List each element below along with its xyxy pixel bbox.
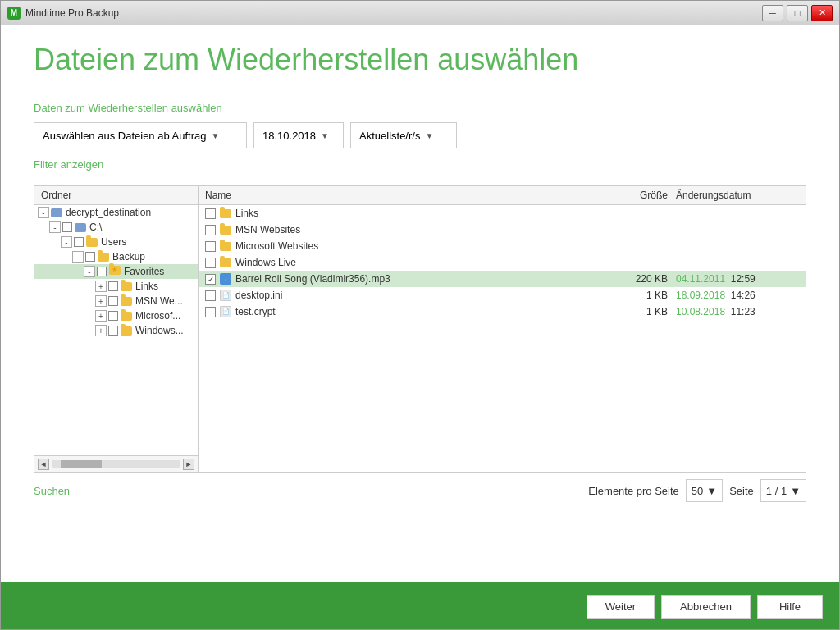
- tree-checkbox-microsoft[interactable]: [108, 311, 118, 321]
- title-bar: M Mindtime Pro Backup ─ □ ✕: [1, 1, 839, 25]
- tree-item-users[interactable]: - Users: [34, 235, 198, 249]
- minimize-button[interactable]: ─: [762, 5, 783, 21]
- page-arrow: ▼: [790, 485, 801, 497]
- file-item-msn-websites[interactable]: MSN Websites: [199, 221, 806, 238]
- tree-toggle-users[interactable]: -: [61, 236, 72, 248]
- file-name-desktop-ini: desktop.ini: [235, 290, 602, 301]
- tree-toggle-favorites[interactable]: -: [84, 266, 95, 277]
- file-folder-icon-microsoft-websites: [220, 242, 231, 251]
- tree-checkbox-msn[interactable]: [108, 296, 118, 306]
- file-item-desktop-ini[interactable]: 📄 desktop.ini 1 KB 18.09.2018 14:26: [199, 287, 806, 304]
- file-name-windows-live: Windows Live: [235, 257, 602, 268]
- tree-item-decrypt-dest[interactable]: - decrypt_destination: [34, 205, 198, 220]
- file-item-microsoft-websites[interactable]: Microsoft Websites: [199, 238, 806, 254]
- version-dropdown[interactable]: Aktuellste/r/s ▼: [350, 122, 457, 148]
- file-item-test-crypt[interactable]: 📄 test.crypt 1 KB 10.08.2018 11:23: [199, 304, 806, 320]
- col-header-date: Änderungsdatum: [668, 189, 799, 201]
- users-folder-icon: [86, 238, 98, 247]
- tree-checkbox-users[interactable]: [74, 237, 84, 247]
- file-checkbox-links[interactable]: [205, 208, 216, 219]
- tree-items-container: - decrypt_destination - C:\ - Users: [34, 205, 198, 455]
- file-date-link-test-crypt[interactable]: 10.08.2018: [676, 306, 725, 317]
- tree-label-decrypt-dest: decrypt_destination: [66, 207, 151, 218]
- file-name-test-crypt: test.crypt: [235, 306, 602, 317]
- file-doc-icon-desktop-ini: 📄: [220, 290, 231, 301]
- file-date-link-desktop-ini[interactable]: 18.09.2018: [676, 290, 725, 301]
- tree-toggle-decrypt-dest[interactable]: -: [38, 207, 49, 218]
- tree-label-users: Users: [101, 236, 126, 248]
- file-name-links: Links: [235, 208, 602, 219]
- items-per-page-select[interactable]: 50 ▼: [686, 479, 723, 502]
- tree-checkbox-favorites[interactable]: [97, 267, 107, 276]
- items-per-page-value: 50: [692, 485, 703, 497]
- tree-toggle-c-drive[interactable]: -: [49, 221, 61, 233]
- scroll-thumb[interactable]: [61, 460, 102, 468]
- file-checkbox-test-crypt[interactable]: [205, 307, 216, 317]
- tree-item-links[interactable]: + Links: [34, 279, 198, 294]
- weiter-button[interactable]: Weiter: [587, 595, 655, 619]
- file-folder-icon-links: [220, 209, 231, 218]
- tree-item-windows[interactable]: + Windows...: [34, 323, 198, 338]
- file-item-barrel-roll[interactable]: ♪ Barrel Roll Song (Vladimir356).mp3 220…: [199, 271, 806, 287]
- dropdowns-row: Auswählen aus Dateien ab Auftrag ▼ 18.10…: [34, 122, 806, 148]
- file-list-header: Name Größe Änderungsdatum: [199, 186, 806, 205]
- tree-checkbox-c-drive[interactable]: [62, 222, 72, 232]
- tree-item-msn[interactable]: + MSN We...: [34, 294, 198, 308]
- tree-item-favorites[interactable]: - ★ Favorites: [34, 264, 198, 279]
- tree-toggle-microsoft[interactable]: +: [95, 310, 107, 322]
- tree-toggle-windows[interactable]: +: [95, 325, 107, 336]
- page-select[interactable]: 1 / 1 ▼: [760, 479, 806, 502]
- file-checkbox-barrel-roll[interactable]: [205, 274, 216, 285]
- file-date-test-crypt: 10.08.2018 11:23: [668, 306, 799, 317]
- tree-toggle-links[interactable]: +: [95, 281, 107, 292]
- file-checkbox-msn-websites[interactable]: [205, 225, 216, 235]
- maximize-button[interactable]: □: [787, 5, 808, 21]
- tree-panel: Ordner - decrypt_destination - C:\: [34, 186, 199, 472]
- source-dropdown-label: Auswählen aus Dateien ab Auftrag: [43, 130, 206, 142]
- scroll-left-arrow[interactable]: ◄: [38, 459, 49, 470]
- file-size-barrel-roll: 220 KB: [602, 273, 668, 285]
- abbrechen-button[interactable]: Abbrechen: [661, 595, 751, 619]
- microsoft-folder-icon: [121, 312, 132, 321]
- tree-item-backup[interactable]: - Backup: [34, 249, 198, 264]
- tree-checkbox-backup[interactable]: [85, 252, 95, 262]
- filter-link[interactable]: Filter anzeigen: [34, 158, 103, 171]
- scroll-right-arrow[interactable]: ►: [183, 459, 194, 470]
- file-date-desktop-ini: 18.09.2018 14:26: [668, 290, 799, 301]
- window-title: Mindtime Pro Backup: [25, 7, 119, 19]
- file-checkbox-windows-live[interactable]: [205, 258, 216, 268]
- tree-item-c-drive[interactable]: - C:\: [34, 220, 198, 235]
- file-browser: Ordner - decrypt_destination - C:\: [34, 185, 806, 472]
- tree-checkbox-links[interactable]: [108, 281, 118, 291]
- links-folder-icon: [121, 282, 132, 291]
- source-dropdown[interactable]: Auswählen aus Dateien ab Auftrag ▼: [34, 122, 247, 148]
- date-dropdown[interactable]: 18.10.2018 ▼: [253, 122, 344, 148]
- items-per-page-label: Elemente pro Seite: [588, 485, 679, 497]
- file-doc-icon-test-crypt: 📄: [220, 306, 231, 317]
- bottom-controls: Suchen Elemente pro Seite 50 ▼ Seite 1 /…: [34, 472, 806, 502]
- file-checkbox-microsoft-websites[interactable]: [205, 241, 216, 252]
- backup-folder-icon: [98, 253, 109, 262]
- close-button[interactable]: ✕: [811, 5, 833, 21]
- scroll-track[interactable]: [52, 460, 180, 468]
- file-date-link-barrel-roll[interactable]: 04.11.2011: [676, 273, 725, 285]
- file-item-windows-live[interactable]: Windows Live: [199, 254, 806, 271]
- tree-label-msn: MSN We...: [135, 295, 183, 307]
- pagination-area: Elemente pro Seite 50 ▼ Seite 1 / 1 ▼: [588, 479, 806, 502]
- tree-toggle-backup[interactable]: -: [72, 251, 84, 262]
- tree-item-microsoft[interactable]: + Microsof...: [34, 308, 198, 323]
- page-value: 1 / 1: [766, 485, 787, 497]
- section-label: Daten zum Wiederherstellen auswählen: [34, 102, 806, 114]
- suchen-link[interactable]: Suchen: [34, 485, 70, 497]
- items-per-page-arrow: ▼: [706, 485, 717, 497]
- tree-horizontal-scrollbar[interactable]: ◄ ►: [34, 455, 198, 472]
- hilfe-button[interactable]: Hilfe: [757, 595, 823, 619]
- tree-label-backup: Backup: [112, 251, 145, 262]
- file-panel: Name Größe Änderungsdatum Links MSN Webs…: [199, 186, 806, 472]
- tree-checkbox-windows[interactable]: [108, 326, 118, 336]
- tree-toggle-msn[interactable]: +: [95, 295, 107, 307]
- version-dropdown-label: Aktuellste/r/s: [359, 130, 420, 142]
- file-checkbox-desktop-ini[interactable]: [205, 290, 216, 301]
- favorites-folder-icon: ★: [109, 266, 121, 277]
- file-item-links[interactable]: Links: [199, 205, 806, 221]
